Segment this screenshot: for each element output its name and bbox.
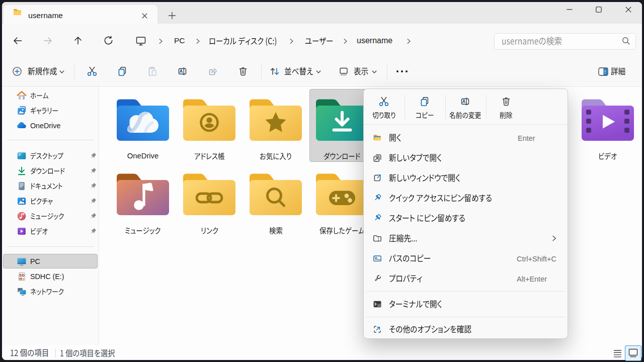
svg-text:H: H [19,277,22,281]
